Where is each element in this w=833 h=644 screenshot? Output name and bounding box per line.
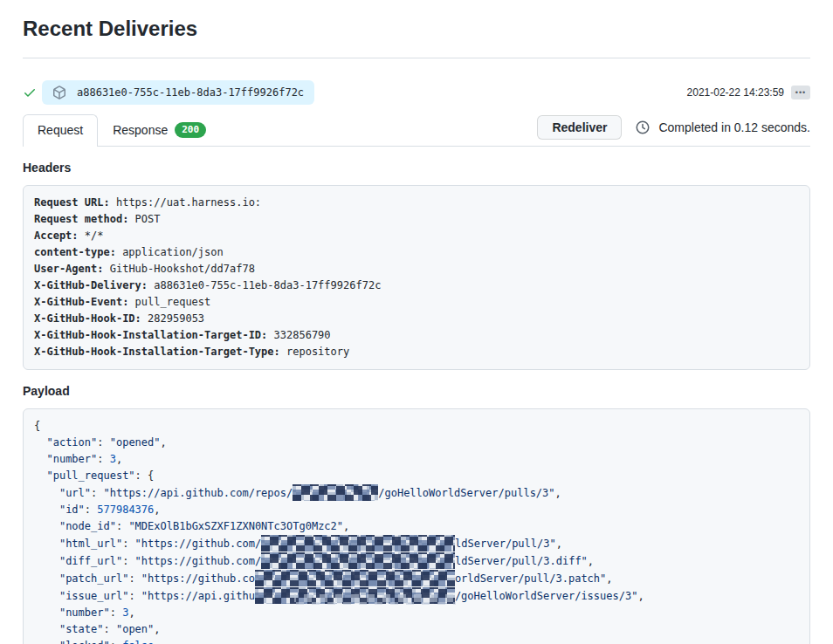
delivery-guid-button[interactable]: a88631e0-755c-11eb-8da3-17ff9926f72c (42, 80, 314, 105)
redaction-mosaic (293, 484, 378, 501)
package-icon (52, 86, 66, 99)
title-divider (23, 58, 810, 58)
recent-deliveries-page: Recent Deliveries a88631e0-755c-11eb-8da… (0, 16, 833, 644)
header-line: content-type: application/json (34, 244, 799, 261)
clock-icon (636, 120, 650, 134)
tab-response-label: Response (113, 123, 168, 138)
redeliver-button[interactable]: Redeliver (537, 115, 622, 140)
payload-line: "url": "https://api.github.com/repos//go… (34, 484, 799, 502)
header-line: X-GitHub-Event: pull_request (34, 294, 799, 311)
payload-line: "number": 3, (34, 605, 799, 621)
header-line: Request method: POST (34, 211, 799, 228)
tab-request[interactable]: Request (23, 114, 98, 147)
headers-heading: Headers (23, 161, 810, 175)
payload-line: "id": 577984376, (34, 502, 799, 518)
payload-line: "html_url": "https://github.com/ldServer… (34, 535, 799, 552)
header-line: X-GitHub-Hook-Installation-Target-ID: 33… (34, 327, 799, 344)
payload-heading: Payload (23, 384, 810, 398)
payload-line: "state": "open", (34, 621, 799, 638)
completed-status-text: Completed in 0.12 seconds. (658, 120, 810, 134)
payload-line: "pull_request": { (34, 468, 799, 484)
delivery-row: a88631e0-755c-11eb-8da3-17ff9926f72c 202… (23, 80, 810, 105)
header-line: X-GitHub-Delivery: a88631e0-755c-11eb-8d… (34, 277, 799, 294)
redaction-mosaic (255, 570, 455, 586)
tabnav-actions: Redeliver Completed in 0.12 seconds. (537, 115, 810, 146)
payload-line: "number": 3, (34, 451, 799, 468)
page-title: Recent Deliveries (23, 16, 810, 42)
delivery-guid: a88631e0-755c-11eb-8da3-17ff9926f72c (77, 86, 304, 99)
tab-request-label: Request (38, 123, 83, 138)
redaction-mosaic (261, 535, 455, 552)
success-check-icon (23, 86, 37, 99)
payload-line: "locked": false, (34, 638, 799, 644)
payload-line: "diff_url": "https://github.com/ldServer… (34, 552, 799, 570)
header-line: X-GitHub-Hook-ID: 282959053 (34, 311, 799, 327)
payload-line: "action": "opened", (34, 435, 799, 451)
payload-line: "node_id": "MDExOlB1bGxSZXF1ZXN0NTc3OTg0… (34, 518, 799, 535)
redaction-mosaic (261, 552, 455, 569)
payload-codebox: { "action": "opened", "number": 3, "pull… (23, 408, 810, 644)
header-line: Request URL: https://uat.harness.io: (34, 195, 799, 211)
header-line: User-Agent: GitHub-Hookshot/dd7af78 (34, 261, 799, 277)
header-line: X-GitHub-Hook-Installation-Target-Type: … (34, 344, 799, 360)
delivery-timestamp: 2021-02-22 14:23:59 (687, 86, 784, 99)
response-status-badge: 200 (175, 122, 206, 138)
headers-codebox: Request URL: https://uat.harness.io:Requ… (23, 185, 810, 370)
redaction-mosaic-fragment (294, 594, 456, 605)
kebab-icon[interactable]: ••• (791, 86, 810, 99)
request-response-tabnav: Request Response 200 Redeliver Completed… (23, 113, 810, 147)
payload-line: "patch_url": "https://github.coorldServe… (34, 570, 799, 587)
payload-line: { (34, 418, 799, 435)
tab-response[interactable]: Response 200 (98, 113, 221, 146)
header-line: Accept: */* (34, 228, 799, 244)
